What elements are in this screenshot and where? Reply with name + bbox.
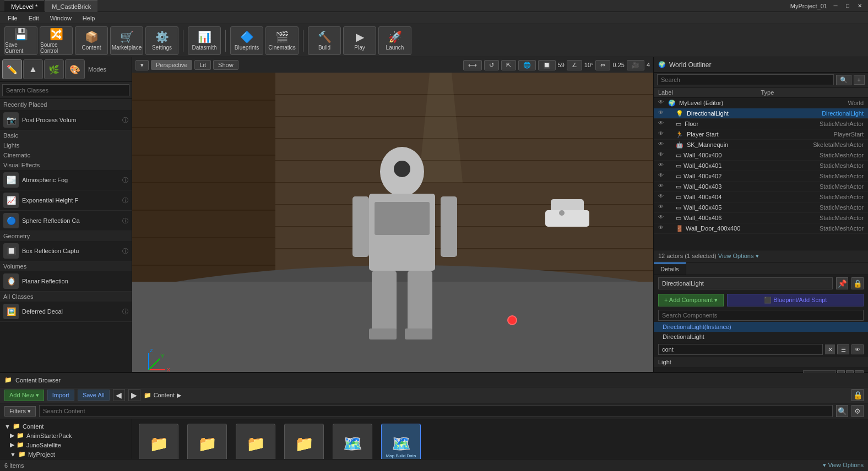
viewport[interactable]: ▾ Perspective Lit Show ⟷ ↺ ⇱ 🌐 🔲 59 ∠ 10… — [132, 57, 653, 372]
save-current-button[interactable]: 💾 Save Current — [4, 26, 37, 55]
file-item-startercontent[interactable]: 📁 StarterContent — [282, 424, 326, 459]
play-button[interactable]: ▶ Play — [343, 26, 376, 55]
folder-content[interactable]: ▼ 📁 Content — [2, 421, 129, 431]
perspective-button[interactable]: Perspective — [151, 60, 192, 70]
marketplace-button[interactable]: 🛒 Marketplace — [110, 26, 143, 55]
list-item[interactable]: 🔲 Box Reflection Captu ⓘ — [0, 241, 132, 261]
outliner-item-directional[interactable]: 👁 💡 DirectionalLight DirectionalLight — [654, 108, 868, 119]
build-button[interactable]: 🔨 Build — [308, 26, 341, 55]
menu-edit[interactable]: Edit — [23, 12, 45, 24]
place-mode-button[interactable]: ✏️ — [2, 59, 22, 79]
blueprint-script-button[interactable]: ⬛ Blueprint/Add Script — [727, 294, 864, 306]
list-item[interactable]: 🖼️ Deferred Decal ⓘ — [0, 302, 132, 322]
rotate-button[interactable]: ↺ — [484, 60, 499, 70]
list-item[interactable]: 📷 Post Process Volum ⓘ — [0, 110, 132, 130]
outliner-item-wall5[interactable]: 👁 ▭ Wall_400x404 StaticMeshActor — [654, 192, 868, 202]
scale-snap-button[interactable]: ⇔ — [595, 60, 610, 70]
translate-button[interactable]: ⟷ — [463, 60, 482, 70]
item-type-playerstart: PlayerStart — [834, 131, 864, 138]
content-search-input[interactable] — [39, 405, 833, 417]
import-button[interactable]: Import — [47, 390, 74, 401]
outliner-item-wall6[interactable]: 👁 ▭ Wall_400x405 StaticMeshActor — [654, 202, 868, 213]
search-components-input[interactable] — [658, 310, 864, 321]
detail-lock-button[interactable]: 🔒 — [851, 277, 864, 289]
blueprints-button[interactable]: 🔷 Blueprints — [230, 26, 263, 55]
world-icon: 🌍 — [668, 100, 676, 107]
component-item-directional[interactable]: DirectionalLight — [654, 332, 868, 342]
source-control-button[interactable]: 🔀 Source Control — [40, 26, 73, 55]
scale-button[interactable]: ⇱ — [501, 60, 516, 70]
file-item-untitled[interactable]: 🗺️ Untitled — [330, 424, 375, 459]
settings-button[interactable]: ⚙️ Settings — [145, 26, 178, 55]
add-new-button[interactable]: Add New ▾ — [4, 390, 44, 401]
outliner-item-wall4[interactable]: 👁 ▭ Wall_400x403 StaticMeshActor — [654, 182, 868, 192]
file-item-juno[interactable]: 📁 JunoSatellite — [185, 424, 229, 459]
cinematics-button[interactable]: 🎬 Cinematics — [265, 26, 299, 55]
show-button[interactable]: Show — [213, 60, 238, 70]
snap-button[interactable]: 🔲 — [538, 60, 556, 70]
filter-input[interactable] — [658, 344, 823, 355]
content-button[interactable]: 📦 Content — [75, 26, 108, 55]
outliner-view-options-button[interactable]: View Options ▾ — [718, 253, 759, 259]
filter-eye-button[interactable]: 👁 — [851, 344, 864, 354]
close-button[interactable]: ✕ — [856, 2, 864, 10]
outliner-item-wall7[interactable]: 👁 ▭ Wall_400x406 StaticMeshActor — [654, 213, 868, 223]
lock-content-button[interactable]: 🔒 — [851, 389, 864, 401]
outliner-item-mylevel[interactable]: 👁 🌍 MyLevel (Editor) World — [654, 98, 868, 108]
foliage-mode-button[interactable]: 🎨 — [65, 59, 85, 79]
add-component-button[interactable]: + Add Component ▾ — [658, 294, 724, 306]
content-settings-button[interactable]: ⚙ — [851, 405, 864, 417]
tab-mylevel[interactable]: MyLevel * — [4, 0, 44, 12]
filter-list-button[interactable]: ☰ — [837, 344, 849, 354]
folder-myproject[interactable]: ▼ 📁 MyProject — [2, 450, 129, 459]
back-button[interactable]: ◀ — [113, 389, 125, 401]
component-item-directional-instance[interactable]: DirectionalLight(Instance) — [654, 322, 868, 332]
details-tab[interactable]: Details — [654, 262, 686, 275]
outliner-item-wall1[interactable]: 👁 ▭ Wall_400x400 StaticMeshActor — [654, 150, 868, 161]
selected-actor-name-input[interactable] — [658, 277, 833, 289]
list-item[interactable]: 📈 Exponential Height F ⓘ — [0, 190, 132, 211]
content-view-options-button[interactable]: ▾ View Options — [823, 462, 864, 469]
outliner-item-walldoor[interactable]: 👁 🚪 Wall_Door_400x400 StaticMeshActor — [654, 223, 868, 234]
angle-snap-button[interactable]: ∠ — [567, 60, 582, 70]
folder-juno[interactable]: ▶ 📁 JunoSatellite — [2, 440, 129, 450]
tab-castlebrick[interactable]: M_CastleBrick — [45, 0, 97, 12]
lit-button[interactable]: Lit — [194, 60, 211, 70]
viewport-3d[interactable]: Z X Y — [132, 73, 653, 372]
list-item[interactable]: 🔵 Sphere Reflection Ca ⓘ — [0, 211, 132, 231]
file-item-animstarter[interactable]: 📁 AnimStarter Pack — [137, 424, 181, 459]
camera-speed-button[interactable]: 🎥 — [627, 60, 644, 70]
list-item[interactable]: 🌫️ Atmospheric Fog ⓘ — [0, 170, 132, 190]
launch-button[interactable]: 🚀 Launch — [378, 26, 411, 55]
landscape-mode-button[interactable]: 🌿 — [44, 59, 64, 79]
detail-pin-button[interactable]: 📌 — [836, 277, 848, 289]
content-search-button[interactable]: 🔍 — [836, 405, 848, 417]
datasmith-button[interactable]: 📊 Datasmith — [188, 26, 221, 55]
menu-help[interactable]: Help — [77, 12, 101, 24]
file-item-map-build[interactable]: 🗺️ Map Build Data Registry Untitled_Buil… — [379, 424, 423, 459]
outliner-add-button[interactable]: + — [854, 75, 865, 85]
outliner-item-playerstart[interactable]: 👁 🏃 Player Start PlayerStart — [654, 129, 868, 140]
maximize-button[interactable]: □ — [844, 2, 851, 10]
outliner-item-mannequin[interactable]: 👁 🤖 SK_Mannequin SkeletalMeshActor — [654, 140, 868, 150]
menu-file[interactable]: File — [2, 12, 23, 24]
menu-window[interactable]: Window — [45, 12, 77, 24]
file-item-myproject[interactable]: 📁 MyProject — [234, 424, 278, 459]
minimize-button[interactable]: ─ — [832, 2, 839, 10]
world-button[interactable]: 🌐 — [518, 60, 536, 70]
outliner-item-wall3[interactable]: 👁 ▭ Wall_400x402 StaticMeshActor — [654, 171, 868, 182]
filter-clear-button[interactable]: ✕ — [825, 344, 835, 354]
save-all-button[interactable]: Save All — [78, 390, 110, 401]
outliner-item-floor[interactable]: 👁 ▭ Floor StaticMeshActor — [654, 119, 868, 129]
outliner-item-wall2[interactable]: 👁 ▭ Wall_400x401 StaticMeshActor — [654, 161, 868, 171]
forward-button[interactable]: ▶ — [128, 389, 140, 401]
filters-button[interactable]: Filters ▾ — [4, 406, 36, 417]
paint-mode-button[interactable]: ▲ — [23, 59, 43, 79]
outliner-search-input[interactable] — [657, 74, 834, 85]
viewport-options-button[interactable]: ▾ — [135, 60, 149, 70]
eye-icon: 👁 — [658, 214, 666, 222]
outliner-search-button[interactable]: 🔍 — [836, 75, 851, 85]
search-classes-input[interactable] — [2, 84, 129, 96]
folder-animstarter[interactable]: ▶ 📁 AnimStarterPack — [2, 431, 129, 440]
list-item[interactable]: 🪞 Planar Reflection — [0, 271, 132, 292]
